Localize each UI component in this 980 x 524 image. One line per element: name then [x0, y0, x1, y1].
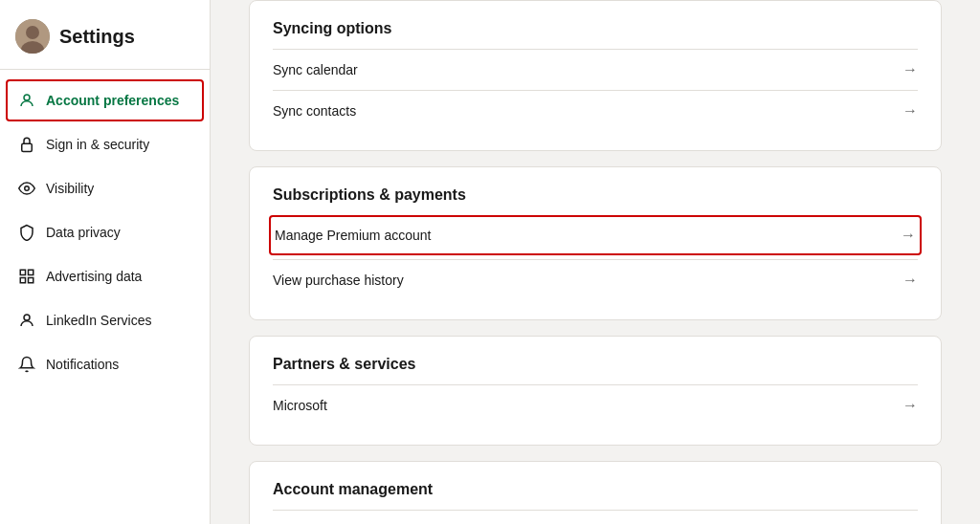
grid-icon — [17, 267, 36, 286]
sidebar-item-label: Advertising data — [46, 269, 142, 284]
sync-calendar-label: Sync calendar — [273, 62, 902, 77]
partners-services-section: Partners & services Microsoft → — [249, 336, 942, 446]
eye-icon — [17, 179, 36, 198]
arrow-icon: → — [902, 102, 918, 120]
sidebar-item-sign-in-security[interactable]: Sign in & security — [0, 123, 210, 165]
syncing-options-section: Syncing options Sync calendar → Sync con… — [249, 0, 942, 151]
sync-calendar-item[interactable]: Sync calendar → — [273, 49, 918, 90]
sidebar-item-label: Sign in & security — [46, 137, 149, 152]
svg-point-10 — [24, 315, 30, 320]
bell-icon — [17, 355, 36, 374]
svg-rect-4 — [22, 143, 33, 151]
manage-premium-item[interactable]: Manage Premium account → — [269, 215, 922, 255]
view-purchase-history-item[interactable]: View purchase history → — [273, 259, 918, 300]
svg-point-1 — [26, 26, 39, 39]
page-title: Settings — [59, 26, 135, 48]
sidebar-nav: Account preferences Sign in & security V… — [0, 70, 210, 524]
svg-point-3 — [24, 95, 30, 100]
sync-contacts-label: Sync contacts — [273, 103, 902, 119]
subscriptions-payments-title: Subscriptions & payments — [273, 186, 918, 204]
sidebar-item-label: Account preferences — [46, 93, 179, 108]
svg-point-5 — [25, 186, 30, 191]
svg-rect-9 — [29, 278, 33, 283]
svg-rect-7 — [29, 270, 33, 274]
arrow-icon: → — [902, 397, 918, 414]
arrow-icon: → — [901, 227, 916, 244]
avatar — [15, 19, 50, 54]
microsoft-label: Microsoft — [273, 398, 902, 413]
sidebar-item-data-privacy[interactable]: Data privacy — [0, 211, 210, 253]
sidebar-item-label: Visibility — [46, 181, 94, 196]
arrow-icon: → — [902, 61, 918, 78]
sidebar-item-notifications[interactable]: Notifications — [0, 343, 210, 385]
svg-rect-8 — [20, 278, 25, 283]
view-purchase-history-label: View purchase history — [273, 273, 902, 288]
sidebar-item-visibility[interactable]: Visibility — [0, 167, 210, 209]
sidebar-item-label: LinkedIn Services — [46, 313, 152, 328]
person-circle-icon — [17, 91, 36, 110]
syncing-options-title: Syncing options — [273, 20, 918, 37]
shield-icon — [17, 223, 36, 242]
svg-rect-6 — [20, 270, 25, 274]
sidebar-item-label: Notifications — [46, 357, 119, 372]
sidebar-header: Settings — [0, 0, 210, 70]
account-management-title: Account management — [273, 481, 918, 498]
sync-contacts-item[interactable]: Sync contacts → — [273, 90, 918, 131]
sidebar-item-linkedin-services[interactable]: LinkedIn Services — [0, 299, 210, 341]
account-management-section: Account management Hibernate account → C… — [249, 461, 942, 524]
sidebar-item-label: Data privacy — [46, 225, 121, 240]
manage-premium-label: Manage Premium account — [275, 228, 901, 243]
sidebar-item-account-preferences[interactable]: Account preferences — [6, 79, 204, 121]
main-content: Syncing options Sync calendar → Sync con… — [211, 0, 980, 524]
partners-services-title: Partners & services — [273, 356, 918, 373]
microsoft-item[interactable]: Microsoft → — [273, 384, 918, 426]
linkedin-person-icon — [17, 311, 36, 330]
hibernate-account-item[interactable]: Hibernate account → — [273, 510, 918, 524]
subscriptions-payments-section: Subscriptions & payments Manage Premium … — [249, 166, 942, 320]
lock-icon — [17, 135, 36, 154]
arrow-icon: → — [902, 272, 918, 289]
sidebar: Settings Account preferences Sign in & s… — [0, 0, 211, 524]
sidebar-item-advertising-data[interactable]: Advertising data — [0, 255, 210, 297]
